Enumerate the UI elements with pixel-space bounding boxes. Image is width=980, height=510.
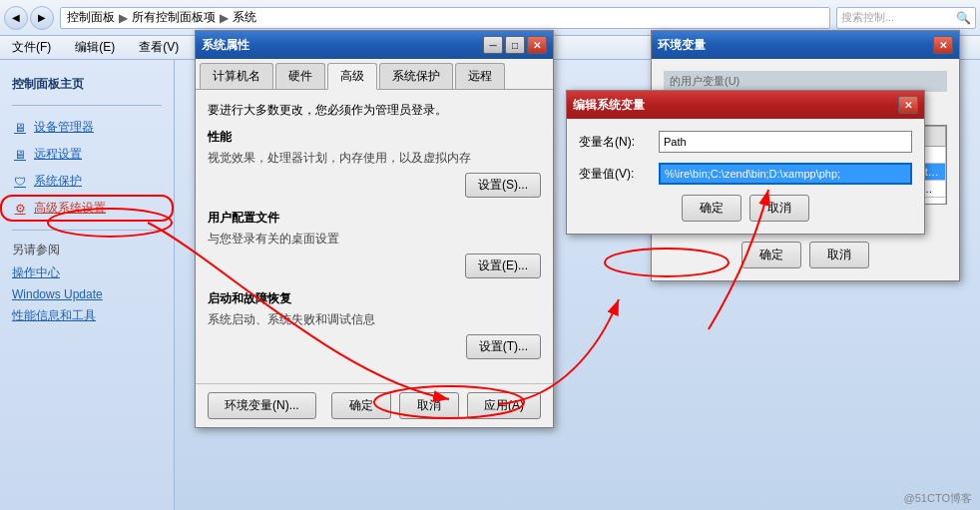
search-box: 搜索控制... 🔍 <box>836 7 976 29</box>
sidebar: 控制面板主页 🖥 设备管理器 🖥 远程设置 🛡 系统保护 ⚙ 高级系统设置 另请… <box>0 60 175 510</box>
var-name-input[interactable] <box>659 131 912 153</box>
editvar-footer: 确定 取消 <box>579 195 912 222</box>
performance-settings-btn[interactable]: 设置(S)... <box>465 173 541 198</box>
userprofile-settings-btn[interactable]: 设置(E)... <box>465 254 541 278</box>
device-manager-icon: 🖥 <box>12 120 28 136</box>
sidebar-item-label-device: 设备管理器 <box>34 119 94 136</box>
sidebar-link-action-center[interactable]: 操作中心 <box>0 261 174 284</box>
editvar-ok-btn[interactable]: 确定 <box>682 195 741 222</box>
sysprops-title: 系统属性 <box>202 37 249 54</box>
sysprops-titlebar-controls: ─ □ ✕ <box>483 36 547 54</box>
sysprops-maximize-btn[interactable]: □ <box>505 36 525 54</box>
sidebar-item-advanced[interactable]: ⚙ 高级系统设置 <box>0 195 174 222</box>
editvar-content: 变量名(N): 变量值(V): 确定 取消 <box>567 119 924 234</box>
tab-advanced[interactable]: 高级 <box>327 63 377 90</box>
tab-hardware[interactable]: 硬件 <box>275 63 325 89</box>
sidebar-item-remote[interactable]: 🖥 远程设置 <box>0 141 174 168</box>
menu-file[interactable]: 文件(F) <box>8 37 55 58</box>
var-val-row: 变量值(V): <box>579 163 912 185</box>
tab-remote[interactable]: 远程 <box>455 63 505 89</box>
userprofile-title: 用户配置文件 <box>208 210 541 227</box>
sysprops-dialog: 系统属性 ─ □ ✕ 计算机名 硬件 高级 系统保护 远程 要进行大多数更改，您… <box>195 30 554 428</box>
sidebar-item-label-remote: 远程设置 <box>34 146 82 163</box>
sysprops-cancel-btn[interactable]: 取消 <box>399 392 459 419</box>
sidebar-divider-1 <box>12 105 162 106</box>
editvar-dialog: 编辑系统变量 ✕ 变量名(N): 变量值(V): 确定 取消 <box>566 90 925 235</box>
startup-settings-btn[interactable]: 设置(T)... <box>466 334 541 359</box>
sysprops-close-btn[interactable]: ✕ <box>527 36 547 54</box>
env-vars-btn[interactable]: 环境变量(N)... <box>208 392 316 419</box>
breadcrumb-sep-2: ▶ <box>220 11 229 25</box>
envvars-cancel-btn[interactable]: 取消 <box>809 242 869 268</box>
editvar-close-btn[interactable]: ✕ <box>898 96 918 114</box>
tab-computer-name[interactable]: 计算机名 <box>200 63 273 89</box>
sysprops-titlebar: 系统属性 ─ □ ✕ <box>196 31 553 59</box>
forward-button[interactable]: ▶ <box>30 6 54 30</box>
nav-buttons: ◀ ▶ <box>4 6 54 30</box>
envvars-title: 环境变量 <box>658 37 706 54</box>
sysprops-apply-btn[interactable]: 应用(A) <box>467 392 541 419</box>
userprofile-section: 用户配置文件 与您登录有关的桌面设置 设置(E)... <box>208 210 541 278</box>
breadcrumb-item-3[interactable]: 系统 <box>233 9 256 26</box>
breadcrumb-item-1[interactable]: 控制面板 <box>67 9 115 26</box>
sidebar-item-label-advanced: 高级系统设置 <box>34 200 106 217</box>
menu-edit[interactable]: 编辑(E) <box>71 37 119 58</box>
editvar-cancel-btn[interactable]: 取消 <box>749 195 809 222</box>
sys-protect-icon: 🛡 <box>12 174 28 190</box>
search-placeholder: 搜索控制... <box>841 10 894 25</box>
sidebar-also-see: 另请参阅 <box>0 239 174 261</box>
sysprops-notice: 要进行大多数更改，您必须作为管理员登录。 <box>208 102 541 119</box>
userprofile-desc: 与您登录有关的桌面设置 <box>208 231 541 248</box>
sysprops-footer: 环境变量(N)... 确定 取消 应用(A) <box>196 383 553 427</box>
sysprops-body: 要进行大多数更改，您必须作为管理员登录。 性能 视觉效果，处理器计划，内存使用，… <box>196 90 553 383</box>
watermark: @51CTO博客 <box>904 491 972 506</box>
var-val-label: 变量值(V): <box>579 166 659 183</box>
var-val-input[interactable] <box>659 163 912 185</box>
tab-bar: 计算机名 硬件 高级 系统保护 远程 <box>196 59 553 90</box>
desktop: ◀ ▶ 控制面板 ▶ 所有控制面板项 ▶ 系统 搜索控制... 🔍 文件(F) … <box>0 0 980 510</box>
search-icon[interactable]: 🔍 <box>956 11 971 25</box>
envvars-close-btn[interactable]: ✕ <box>933 36 953 54</box>
sidebar-link-windows-update[interactable]: Windows Update <box>0 284 174 304</box>
sysprops-minimize-btn[interactable]: ─ <box>483 36 503 54</box>
envvars-titlebar: 环境变量 ✕ <box>652 31 959 59</box>
remote-icon: 🖥 <box>12 147 28 163</box>
sysprops-ok-btn[interactable]: 确定 <box>331 392 391 419</box>
var-name-row: 变量名(N): <box>579 131 912 153</box>
editvar-titlebar: 编辑系统变量 ✕ <box>567 91 924 119</box>
breadcrumb-sep-1: ▶ <box>119 11 128 25</box>
var-name-label: 变量名(N): <box>579 134 659 151</box>
back-button[interactable]: ◀ <box>4 6 28 30</box>
performance-section: 性能 视觉效果，处理器计划，内存使用，以及虚拟内存 设置(S)... <box>208 129 541 198</box>
envvars-ok-btn[interactable]: 确定 <box>741 242 801 268</box>
advanced-icon: ⚙ <box>12 201 28 217</box>
performance-title: 性能 <box>208 129 541 146</box>
editvar-title: 编辑系统变量 <box>573 97 645 114</box>
breadcrumb-item-2[interactable]: 所有控制面板项 <box>132 9 216 26</box>
sidebar-title: 控制面板主页 <box>0 68 174 97</box>
sidebar-item-device-manager[interactable]: 🖥 设备管理器 <box>0 114 174 141</box>
envvars-controls: ✕ <box>933 36 953 54</box>
performance-desc: 视觉效果，处理器计划，内存使用，以及虚拟内存 <box>208 150 541 167</box>
breadcrumb: 控制面板 ▶ 所有控制面板项 ▶ 系统 <box>60 7 830 29</box>
menu-view[interactable]: 查看(V) <box>135 37 183 58</box>
sidebar-divider-2 <box>12 230 162 231</box>
startup-desc: 系统启动、系统失败和调试信息 <box>208 311 541 328</box>
sidebar-item-sys-protect[interactable]: 🛡 系统保护 <box>0 168 174 195</box>
sidebar-link-performance[interactable]: 性能信息和工具 <box>0 304 174 327</box>
editvar-controls: ✕ <box>898 96 918 114</box>
startup-title: 启动和故障恢复 <box>208 290 541 307</box>
startup-section: 启动和故障恢复 系统启动、系统失败和调试信息 设置(T)... <box>208 290 541 359</box>
tab-sys-protect[interactable]: 系统保护 <box>379 63 453 89</box>
user-vars-blurred-header: 的用户变量(U) <box>664 71 947 92</box>
envvars-footer: 确定 取消 <box>664 242 947 268</box>
sidebar-item-label-protect: 系统保护 <box>34 173 82 190</box>
